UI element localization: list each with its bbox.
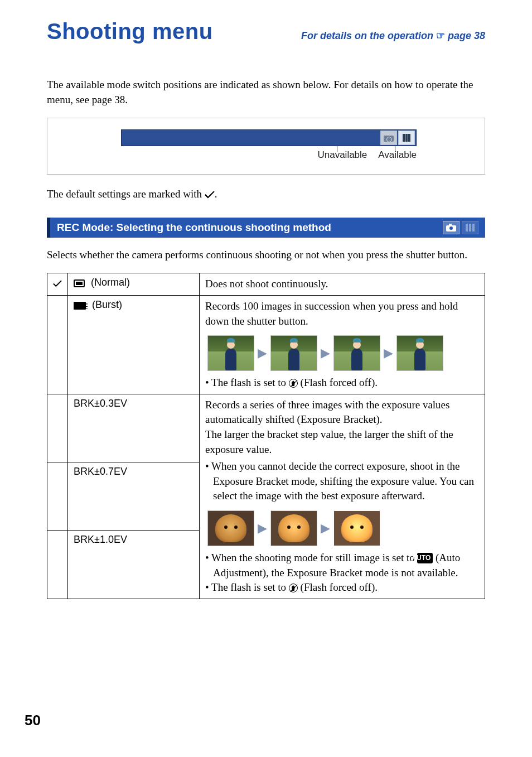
menu-bar-graphic bbox=[121, 129, 417, 146]
thumbnail-image bbox=[207, 510, 254, 546]
note-prefix: • The flash is set to bbox=[205, 581, 289, 593]
defaults-text-a: The default settings are marked with bbox=[47, 188, 205, 200]
option-label-brk03: BRK±0.3EV bbox=[68, 394, 200, 462]
check-icon bbox=[205, 191, 215, 199]
thumbnail-image bbox=[396, 335, 443, 371]
note-suffix: (Flash forced off). bbox=[298, 581, 378, 593]
arrow-right-icon: ▶ bbox=[321, 520, 330, 537]
intro-paragraph: The available mode switch positions are … bbox=[47, 78, 485, 107]
svg-rect-3 bbox=[466, 224, 468, 232]
burst-flash-note: • The flash is set to (Flash forced off)… bbox=[205, 375, 479, 390]
available-label: Available bbox=[378, 150, 417, 161]
burst-mode-icon bbox=[74, 302, 86, 310]
normal-label-text: (Normal) bbox=[88, 277, 130, 288]
table-row: BRK±0.3EV Records a series of three imag… bbox=[47, 394, 485, 462]
note-suffix: (Flash forced off). bbox=[298, 377, 378, 388]
bracket-tip: • When you cannot decide the correct exp… bbox=[205, 459, 479, 504]
thumbnail-image bbox=[333, 510, 380, 546]
option-desc-burst: Records 100 images in succession when yo… bbox=[200, 295, 485, 394]
option-label-brk10: BRK±1.0EV bbox=[68, 531, 200, 599]
default-check-cell bbox=[47, 273, 68, 296]
note-text-a: • When the shooting mode for still image… bbox=[205, 552, 417, 563]
empty-check-cell bbox=[47, 531, 68, 599]
bracket-desc-1: Records a series of three images with th… bbox=[205, 398, 479, 427]
table-row: (Normal) Does not shoot continuously. bbox=[47, 273, 485, 296]
arrow-right-icon: ▶ bbox=[384, 345, 393, 362]
bracket-desc-2: The larger the bracket step value, the l… bbox=[205, 427, 479, 457]
normal-mode-icon bbox=[74, 279, 85, 287]
cross-reference: For details on the operation ☞ page 38 bbox=[301, 30, 485, 42]
pointing-hand-icon: ☞ bbox=[436, 30, 445, 41]
bracket-auto-note: • When the shooting mode for still image… bbox=[205, 551, 479, 580]
movie-mode-icon bbox=[462, 221, 478, 234]
section-title-text: REC Mode: Selecting the continuous shoot… bbox=[57, 221, 331, 234]
section-heading-rec-mode: REC Mode: Selecting the continuous shoot… bbox=[47, 218, 485, 238]
empty-check-cell bbox=[47, 394, 68, 462]
unavailable-label: Unavailable bbox=[317, 150, 367, 161]
svg-rect-5 bbox=[472, 224, 475, 232]
empty-check-cell bbox=[47, 462, 68, 531]
ref-prefix: For details on the operation bbox=[301, 30, 436, 41]
arrow-right-icon: ▶ bbox=[258, 520, 267, 537]
bracket-flash-note: • The flash is set to (Flash forced off)… bbox=[205, 580, 479, 595]
mode-indicator-figure: Unavailable Available bbox=[47, 118, 485, 175]
burst-label-text: (Burst) bbox=[89, 299, 122, 310]
option-label-brk07: BRK±0.7EV bbox=[68, 462, 200, 531]
empty-check-cell bbox=[47, 295, 68, 394]
flash-off-icon bbox=[289, 379, 298, 388]
table-row: (Burst) Records 100 images in succession… bbox=[47, 295, 485, 394]
arrow-right-icon: ▶ bbox=[321, 345, 330, 362]
burst-desc-text: Records 100 images in succession when yo… bbox=[205, 299, 479, 329]
page-number: 50 bbox=[25, 712, 41, 729]
option-label-normal: (Normal) bbox=[68, 273, 200, 296]
movie-mode-available-icon bbox=[398, 131, 415, 145]
auto-badge-icon: AUTO bbox=[417, 553, 433, 563]
option-desc-normal: Does not shoot continuously. bbox=[200, 273, 485, 296]
ref-suffix: page 38 bbox=[445, 30, 485, 41]
defaults-text-b: . bbox=[215, 188, 217, 200]
thumbnail-image bbox=[333, 335, 380, 371]
page-title: Shooting menu bbox=[47, 19, 213, 44]
thumbnail-image bbox=[270, 510, 317, 546]
camera-mode-icon bbox=[443, 221, 460, 234]
check-icon bbox=[53, 280, 62, 287]
svg-point-2 bbox=[449, 226, 453, 230]
option-desc-bracket: Records a series of three images with th… bbox=[200, 394, 485, 599]
svg-rect-4 bbox=[469, 224, 471, 232]
thumbnail-image bbox=[270, 335, 317, 371]
burst-thumbnails: ▶ ▶ ▶ bbox=[207, 335, 479, 371]
svg-rect-1 bbox=[449, 224, 452, 226]
option-label-burst: (Burst) bbox=[68, 295, 200, 394]
arrow-right-icon: ▶ bbox=[258, 345, 267, 362]
section-intro: Selects whether the camera performs cont… bbox=[47, 248, 485, 263]
thumbnail-image bbox=[207, 335, 254, 371]
rec-mode-table: (Normal) Does not shoot continuously. (B… bbox=[47, 273, 485, 599]
note-prefix: • The flash is set to bbox=[205, 377, 289, 388]
defaults-note: The default settings are marked with . bbox=[47, 187, 485, 202]
bracket-thumbnails: ▶ ▶ bbox=[207, 510, 479, 546]
camera-mode-unavailable-icon bbox=[380, 131, 397, 145]
flash-off-icon bbox=[289, 584, 298, 592]
